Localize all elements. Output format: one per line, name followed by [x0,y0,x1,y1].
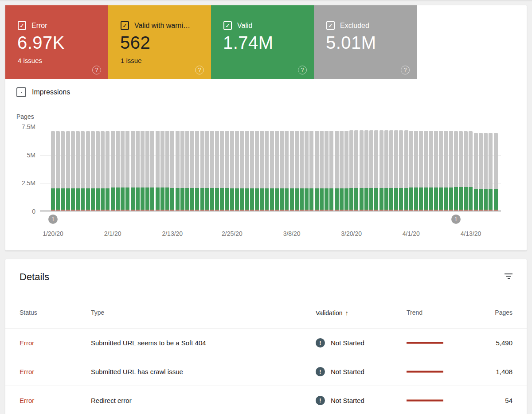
bar[interactable] [145,131,149,211]
bar[interactable] [369,130,373,211]
bar[interactable] [439,131,443,211]
bar[interactable] [81,131,85,211]
valid-card[interactable]: ✓ Valid 1.74M ? [211,5,314,79]
bar[interactable] [469,131,473,211]
bar[interactable] [210,131,214,211]
bar[interactable] [116,131,120,211]
bar[interactable] [325,131,329,211]
bar[interactable] [494,133,498,211]
bar[interactable] [489,133,493,211]
bar[interactable] [409,131,413,211]
bar[interactable] [300,131,304,211]
bar[interactable] [185,131,189,211]
issue-marker[interactable]: 1 [451,215,461,224]
bar[interactable] [61,131,65,211]
bar[interactable] [215,131,219,211]
bar[interactable] [285,131,289,211]
bar[interactable] [125,131,129,211]
bar[interactable] [96,131,100,211]
bar[interactable] [335,131,339,211]
filter-icon[interactable] [504,273,513,282]
bar[interactable] [474,133,478,211]
bar[interactable] [200,131,204,211]
bar[interactable] [389,130,393,211]
bar[interactable] [464,131,468,211]
bar[interactable] [150,131,154,211]
bar[interactable] [106,131,110,211]
bar[interactable] [354,130,358,211]
bar[interactable] [320,131,324,211]
bar[interactable] [349,130,353,211]
bar[interactable] [180,131,184,211]
bar[interactable] [484,133,488,211]
bar[interactable] [414,131,418,211]
bar[interactable] [459,131,463,211]
column-header-type[interactable]: Type [91,309,316,316]
bar[interactable] [340,131,344,211]
bar[interactable] [384,130,388,211]
bar[interactable] [250,131,254,211]
excluded-card[interactable]: ✓ Excluded 5.01M ? [314,5,417,79]
help-icon[interactable]: ? [401,66,410,74]
column-header-pages[interactable]: Pages [469,309,512,316]
bar[interactable] [479,133,483,211]
help-icon[interactable]: ? [298,66,307,74]
bar[interactable] [220,131,224,211]
table-row[interactable]: Error Submitted URL seems to be a Soft 4… [5,328,527,357]
bar[interactable] [315,131,319,211]
bar[interactable] [454,131,458,211]
bar[interactable] [86,131,90,211]
bar[interactable] [360,130,364,211]
bar[interactable] [364,130,368,211]
bar[interactable] [230,131,234,211]
bar[interactable] [305,131,309,211]
bar[interactable] [71,131,75,211]
bar[interactable] [76,131,80,211]
bar[interactable] [136,131,140,211]
excluded-checkbox[interactable]: ✓ [326,21,335,30]
help-icon[interactable]: ? [195,66,204,74]
bar[interactable] [309,131,313,211]
bar[interactable] [141,131,145,211]
bar[interactable] [449,131,453,211]
bar[interactable] [160,131,164,211]
bar[interactable] [111,131,115,211]
column-header-status[interactable]: Status [20,309,91,316]
bar[interactable] [56,131,60,211]
bar[interactable] [255,131,259,211]
bar[interactable] [265,131,269,211]
bar[interactable] [424,131,428,211]
bar[interactable] [176,131,180,211]
valid-with-warnings-checkbox[interactable]: ✓ [121,21,129,30]
bar[interactable] [101,131,105,211]
bar[interactable] [295,131,299,211]
bar[interactable] [275,131,279,211]
bar[interactable] [270,131,274,211]
bar[interactable] [190,131,194,211]
error-checkbox[interactable]: ✓ [18,21,26,30]
bar[interactable] [394,130,398,211]
bar-plot[interactable]: 1/20/202/1/202/13/202/25/203/8/203/20/20… [40,127,501,211]
bar[interactable] [156,131,160,211]
bar[interactable] [51,131,55,211]
bar[interactable] [225,131,229,211]
bar[interactable] [260,131,264,211]
bar[interactable] [121,131,125,211]
bar[interactable] [290,131,294,211]
valid-with-warnings-card[interactable]: ✓ Valid with warni… 562 1 issue ? [108,5,211,79]
bar[interactable] [444,131,448,211]
bar[interactable] [419,131,423,211]
impressions-checkbox[interactable] [16,87,26,97]
valid-checkbox[interactable]: ✓ [223,21,232,30]
bar[interactable] [329,131,333,211]
issue-marker[interactable]: 1 [48,215,58,224]
bar[interactable] [235,131,239,211]
bar[interactable] [399,130,403,211]
table-row[interactable]: Error Redirect error ! Not Started 54 [5,386,527,414]
bar[interactable] [240,131,244,211]
bar[interactable] [404,130,408,211]
bar[interactable] [429,131,433,211]
column-header-trend[interactable]: Trend [407,309,469,316]
help-icon[interactable]: ? [92,66,101,74]
bar[interactable] [245,131,249,211]
